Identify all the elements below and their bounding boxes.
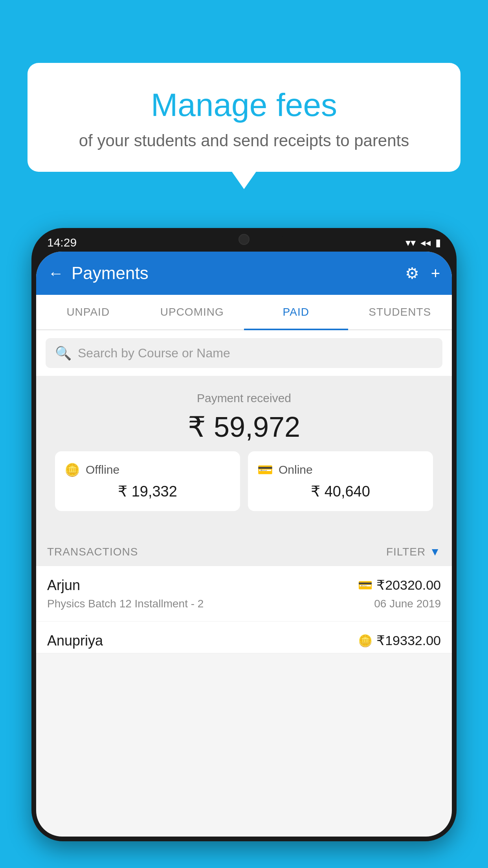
status-time: 14:29 bbox=[47, 236, 77, 249]
payment-summary: Payment received ₹ 59,972 🪙 Offline ₹ 19… bbox=[36, 376, 452, 535]
bubble-subtitle: of your students and send receipts to pa… bbox=[47, 131, 441, 150]
transaction-amount-row: 🪙 ₹19332.00 bbox=[358, 633, 441, 648]
add-icon[interactable]: + bbox=[431, 265, 440, 282]
transaction-course: Physics Batch 12 Installment - 2 bbox=[47, 598, 204, 610]
online-payment-icon: 💳 bbox=[358, 578, 372, 592]
search-container: 🔍 Search by Course or Name bbox=[36, 330, 452, 376]
tab-unpaid[interactable]: UNPAID bbox=[36, 295, 140, 329]
offline-card-header: 🪙 Offline bbox=[64, 462, 231, 477]
phone-screen: ← Payments ⚙ + UNPAID UPCOMING PAID STUD… bbox=[36, 252, 452, 837]
tab-students[interactable]: STUDENTS bbox=[348, 295, 452, 329]
online-icon: 💳 bbox=[257, 462, 273, 477]
transaction-amount-row: 💳 ₹20320.00 bbox=[358, 577, 441, 593]
transaction-row: Anupriya 🪙 ₹19332.00 bbox=[47, 633, 441, 649]
online-card-amount: ₹ 40,640 bbox=[257, 483, 424, 500]
offline-icon: 🪙 bbox=[64, 462, 80, 477]
status-icons: ▾▾ ◂◂ ▮ bbox=[405, 237, 441, 249]
filter-icon: ▼ bbox=[429, 546, 441, 558]
transaction-name: Anupriya bbox=[47, 633, 103, 649]
tab-upcoming[interactable]: UPCOMING bbox=[140, 295, 244, 329]
transactions-label: TRANSACTIONS bbox=[47, 546, 138, 558]
search-icon: 🔍 bbox=[55, 345, 72, 361]
phone-notch bbox=[205, 228, 283, 248]
payment-received-label: Payment received bbox=[46, 392, 442, 405]
filter-label: FILTER bbox=[386, 546, 426, 558]
bubble-title: Manage fees bbox=[47, 86, 441, 123]
transaction-sub: Physics Batch 12 Installment - 2 06 June… bbox=[47, 598, 441, 610]
offline-payment-icon: 🪙 bbox=[358, 634, 372, 647]
offline-card-amount: ₹ 19,332 bbox=[64, 483, 231, 500]
transaction-date: 06 June 2019 bbox=[374, 598, 441, 610]
speech-bubble: Manage fees of your students and send re… bbox=[28, 63, 460, 172]
transaction-amount: ₹20320.00 bbox=[376, 577, 441, 593]
online-card-header: 💳 Online bbox=[257, 462, 424, 477]
transaction-amount: ₹19332.00 bbox=[376, 633, 441, 648]
transactions-header: TRANSACTIONS FILTER ▼ bbox=[36, 535, 452, 566]
offline-card: 🪙 Offline ₹ 19,332 bbox=[55, 451, 240, 511]
search-bar[interactable]: 🔍 Search by Course or Name bbox=[46, 338, 442, 368]
search-input[interactable]: Search by Course or Name bbox=[78, 346, 230, 360]
transaction-list: Arjun 💳 ₹20320.00 Physics Batch 12 Insta… bbox=[36, 566, 452, 653]
transaction-item[interactable]: Arjun 💳 ₹20320.00 Physics Batch 12 Insta… bbox=[36, 566, 452, 622]
battery-icon: ▮ bbox=[435, 237, 441, 249]
settings-icon[interactable]: ⚙ bbox=[405, 264, 419, 282]
tabs: UNPAID UPCOMING PAID STUDENTS bbox=[36, 295, 452, 330]
transaction-item[interactable]: Anupriya 🪙 ₹19332.00 bbox=[36, 622, 452, 653]
phone-camera bbox=[238, 234, 250, 245]
filter-button[interactable]: FILTER ▼ bbox=[386, 546, 441, 558]
online-card: 💳 Online ₹ 40,640 bbox=[248, 451, 433, 511]
app-title: Payments bbox=[72, 263, 405, 283]
back-button[interactable]: ← bbox=[48, 265, 64, 282]
wifi-icon: ▾▾ bbox=[405, 237, 416, 249]
app-bar-actions: ⚙ + bbox=[405, 264, 440, 282]
phone-device: 14:29 ▾▾ ◂◂ ▮ ← Payments ⚙ + UNPAID UPC bbox=[31, 228, 457, 841]
signal-icon: ◂◂ bbox=[420, 237, 431, 249]
payment-cards: 🪙 Offline ₹ 19,332 💳 Online ₹ 40,640 bbox=[46, 443, 442, 523]
phone-wrapper: 14:29 ▾▾ ◂◂ ▮ ← Payments ⚙ + UNPAID UPC bbox=[31, 228, 457, 868]
online-card-label: Online bbox=[279, 463, 313, 476]
transaction-row: Arjun 💳 ₹20320.00 bbox=[47, 577, 441, 594]
app-bar: ← Payments ⚙ + bbox=[36, 252, 452, 295]
payment-received-amount: ₹ 59,972 bbox=[46, 410, 442, 443]
tab-paid[interactable]: PAID bbox=[244, 295, 348, 329]
transaction-name: Arjun bbox=[47, 577, 80, 594]
offline-card-label: Offline bbox=[86, 463, 119, 476]
